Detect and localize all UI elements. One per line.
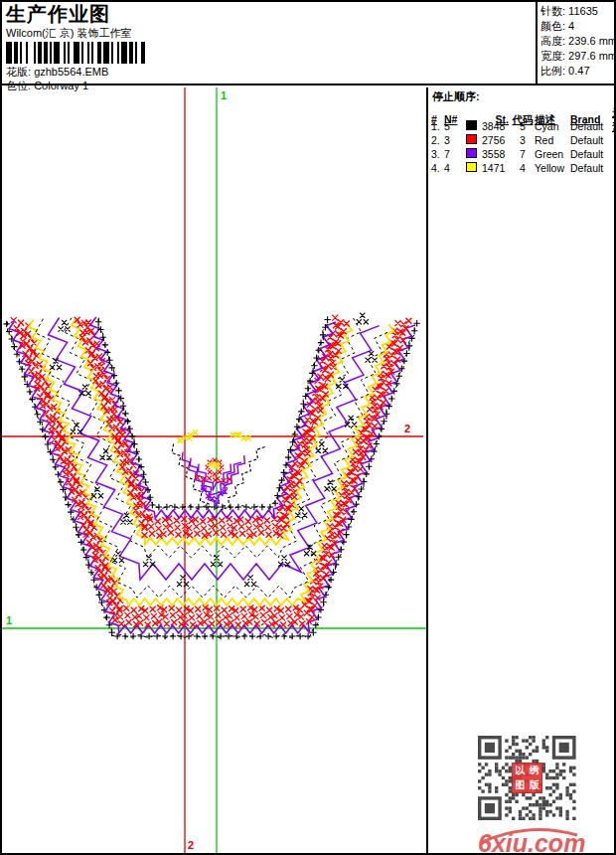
studio-name: Wilcom(汇 京) 装饰工作室 — [6, 26, 536, 40]
svg-text:1: 1 — [221, 89, 227, 101]
embroidery-design: 1221 — [2, 87, 426, 853]
red-stamp: 以绣图版 — [512, 763, 542, 793]
svg-text:1: 1 — [6, 614, 12, 626]
svg-text:2: 2 — [188, 839, 194, 851]
svg-text:2: 2 — [404, 423, 410, 434]
stop-order-row: 1.538485CyanDefault — [431, 119, 614, 133]
page-title: 生产作业图 — [6, 3, 536, 25]
watermark-text: 6xiu.com — [478, 829, 577, 855]
info-row: 颜色: 4 — [540, 19, 614, 34]
production-sheet: 生产作业图 Wilcom(汇 京) 装饰工作室 花版: gzhb5564.EMB… — [0, 0, 616, 855]
color-swatch — [466, 134, 477, 144]
column-header: 元素 — [612, 105, 616, 133]
color-swatch — [466, 120, 477, 130]
pattern-file-line: 花版: gzhb5564.EMB — [6, 66, 536, 78]
color-swatch — [466, 148, 477, 158]
color-swatch — [466, 162, 477, 172]
info-row: 针数: 11635 — [540, 4, 614, 19]
stop-order-row: 3.735587GreenDefault — [431, 147, 614, 161]
watermark-block: 以绣图版 6xiu.com — [478, 736, 577, 855]
info-row: 宽度: 297.6 mm — [540, 49, 614, 64]
info-row: 高度: 239.6 mm — [540, 34, 614, 49]
stop-order-table: #N#St.代码描述Brand元素1.538485CyanDefault2.32… — [428, 105, 614, 175]
design-canvas: 1221 — [2, 87, 426, 853]
barcode — [6, 42, 153, 64]
info-row: 比例: 0.47 — [540, 64, 614, 79]
pattern-file-value: gzhb5564.EMB — [34, 66, 108, 78]
header: 生产作业图 Wilcom(汇 京) 装饰工作室 花版: gzhb5564.EMB… — [2, 2, 614, 86]
right-column: 停止顺序: #N#St.代码描述Brand元素1.538485CyanDefau… — [426, 87, 614, 853]
stop-order-row: 4.414714YellowDefault — [431, 161, 614, 175]
design-info-box: 针数: 11635颜色: 4高度: 239.6 mm宽度: 297.6 mm比例… — [536, 2, 614, 86]
stop-order-title: 停止顺序: — [428, 87, 614, 105]
header-left: 生产作业图 Wilcom(汇 京) 装饰工作室 花版: gzhb5564.EMB… — [2, 2, 536, 86]
stop-order-row: 2.327563RedDefault — [431, 133, 614, 147]
pattern-file-label: 花版: — [6, 66, 31, 78]
